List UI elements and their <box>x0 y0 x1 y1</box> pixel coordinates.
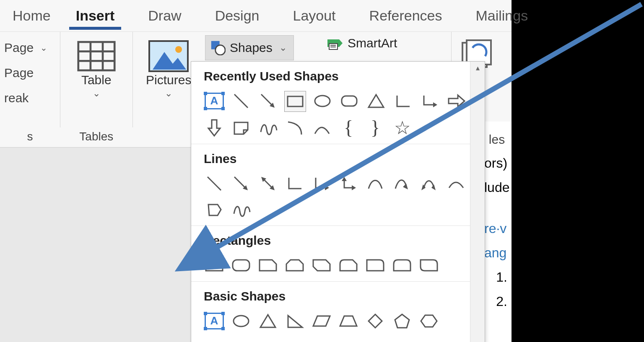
section-title-lines: Lines <box>204 152 472 166</box>
shape-oval[interactable] <box>312 91 333 111</box>
document-text-peek: ors) lude re·v ang 1. 2. <box>482 147 512 342</box>
tab-design[interactable]: Design <box>194 0 272 31</box>
page-break-label: reak <box>4 91 29 105</box>
section-lines: Lines <box>191 144 485 226</box>
tab-references[interactable]: References <box>348 0 455 31</box>
cover-page-button[interactable]: Page ⌄ <box>4 35 56 60</box>
shape-pentagon[interactable] <box>392 311 413 331</box>
svg-point-6 <box>175 46 182 53</box>
pictures-label: Pictures <box>146 73 191 87</box>
word-window: Home Insert Draw Design Layout Reference… <box>0 0 512 342</box>
shape-line-arrow[interactable] <box>231 174 252 194</box>
shape-trapezoid[interactable] <box>338 311 359 331</box>
svg-point-20 <box>315 96 330 106</box>
shape-snip-round[interactable] <box>338 255 359 275</box>
svg-line-17 <box>261 94 273 106</box>
section-title-recent: Recently Used Shapes <box>204 69 472 83</box>
shape-arc-2[interactable] <box>311 118 332 138</box>
svg-marker-22 <box>369 95 384 107</box>
shape-elbow-arrow-2[interactable] <box>311 174 332 194</box>
table-button[interactable]: Table <box>81 73 112 87</box>
shape-curve[interactable] <box>365 174 386 194</box>
tab-insert[interactable]: Insert <box>63 0 127 31</box>
svg-point-9 <box>216 45 225 55</box>
shape-rectangle-2[interactable] <box>204 255 225 275</box>
shape-l-shape[interactable] <box>392 91 413 111</box>
shape-arrow-line[interactable] <box>257 91 278 111</box>
svg-line-26 <box>208 177 221 190</box>
shape-elbow[interactable] <box>284 174 305 194</box>
smartart-button[interactable]: SmartArt <box>327 36 397 50</box>
page-break-button[interactable]: reak <box>4 86 56 111</box>
shape-down-arrow[interactable] <box>204 118 225 138</box>
pictures-icon <box>148 39 190 73</box>
svg-marker-46 <box>395 314 409 328</box>
blank-page-label: Page <box>4 66 34 80</box>
shape-curve-arrow[interactable] <box>392 174 413 194</box>
tab-draw[interactable]: Draw <box>127 0 194 31</box>
shapes-button[interactable]: Shapes ⌄ <box>205 35 294 60</box>
shape-rounded-rect-2[interactable] <box>231 255 252 275</box>
shape-rectangle[interactable] <box>284 91 306 112</box>
svg-marker-42 <box>288 316 302 327</box>
shape-line-double-arrow[interactable] <box>257 174 278 194</box>
shape-right-brace[interactable]: } <box>365 118 386 138</box>
shape-folded-corner[interactable] <box>231 118 252 138</box>
blank-page-button[interactable]: Page <box>4 60 56 86</box>
svg-marker-35 <box>403 184 408 189</box>
shape-round-same-side[interactable] <box>392 255 413 275</box>
section-rectangles: Rectangles <box>191 226 485 282</box>
svg-rect-19 <box>288 96 303 106</box>
svg-rect-38 <box>206 260 223 271</box>
ribbon-tabs: Home Insert Draw Design Layout Reference… <box>0 0 512 31</box>
shape-arc[interactable] <box>284 118 305 138</box>
shape-text-box[interactable]: A <box>204 91 225 111</box>
shape-star[interactable]: ☆ <box>392 118 413 138</box>
shape-parallelogram[interactable] <box>311 311 332 331</box>
shape-text-box-2[interactable]: A <box>204 311 225 331</box>
svg-line-27 <box>234 177 246 189</box>
dropdown-scrollbar[interactable]: ▴ <box>470 62 485 342</box>
shape-line-2[interactable] <box>204 174 225 194</box>
svg-marker-41 <box>260 315 275 327</box>
tab-home[interactable]: Home <box>0 0 63 31</box>
shape-round-diagonal[interactable] <box>418 255 439 275</box>
chevron-down-icon: ⌄ <box>40 43 47 53</box>
section-title-rectangles: Rectangles <box>204 233 472 248</box>
pages-group-label: s <box>0 130 60 147</box>
tab-layout[interactable]: Layout <box>272 0 348 31</box>
shape-triangle[interactable] <box>366 91 387 111</box>
svg-marker-23 <box>433 102 437 107</box>
shape-snip-single[interactable] <box>257 255 278 275</box>
shape-rounded-rectangle[interactable] <box>339 91 360 111</box>
svg-marker-32 <box>325 185 329 190</box>
chevron-down-icon: ⌄ <box>279 42 287 53</box>
shape-snip-same-side[interactable] <box>284 255 305 275</box>
shape-snip-diagonal[interactable] <box>311 255 332 275</box>
shape-hexagon[interactable] <box>418 311 439 331</box>
svg-point-40 <box>234 316 249 326</box>
tab-mailings[interactable]: Mailings <box>454 0 540 31</box>
section-title-basic: Basic Shapes <box>204 289 472 303</box>
shape-curve-double-arrow[interactable] <box>418 174 439 194</box>
shape-diamond[interactable] <box>365 311 386 331</box>
shape-line[interactable] <box>231 91 252 111</box>
shape-right-triangle[interactable] <box>284 311 305 331</box>
shape-triangle-2[interactable] <box>257 311 278 331</box>
table-icon <box>77 39 116 73</box>
svg-marker-24 <box>449 95 465 107</box>
shape-scribble[interactable] <box>257 118 278 138</box>
shapes-dropdown[interactable]: ▴ Recently Used Shapes A <box>191 61 485 342</box>
shape-round-single[interactable] <box>365 255 386 275</box>
shape-oval-2[interactable] <box>231 311 252 331</box>
shape-right-arrow <box>446 91 467 111</box>
shape-elbow-double-arrow[interactable] <box>338 174 359 194</box>
shape-left-brace[interactable]: { <box>338 118 359 138</box>
scroll-up-icon[interactable]: ▴ <box>470 62 485 74</box>
svg-marker-33 <box>352 185 356 190</box>
shape-freeform[interactable] <box>204 200 225 220</box>
shape-elbow-arrow[interactable] <box>419 91 440 111</box>
shape-curve-connector[interactable] <box>445 174 466 194</box>
svg-marker-25 <box>208 120 220 136</box>
shape-scribble-2[interactable] <box>231 200 252 220</box>
